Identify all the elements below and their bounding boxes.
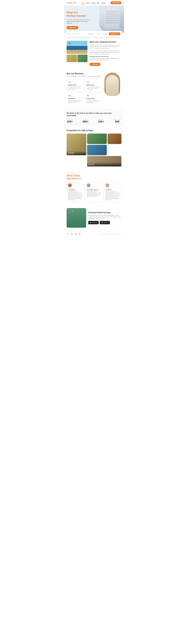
stat-beaches-value: 150+ [98, 120, 104, 123]
instagram-icon[interactable]: ig [70, 233, 73, 236]
purchase-button[interactable]: PURCHASE [110, 1, 122, 4]
nav-blog[interactable]: Blog [97, 2, 100, 4]
services-description: It is a long established fact that a rea… [66, 76, 102, 77]
hero-image [99, 6, 124, 32]
app-buttons: ▶ Google play 🍎 App Store [88, 221, 122, 224]
nav-about[interactable]: About [86, 2, 90, 4]
footer: f ig tw in © Copyright 2021 Design Crafe… [64, 231, 124, 237]
brand-logo: Design Cafe [66, 2, 76, 4]
apple-icon: 🍎 [101, 222, 103, 224]
property-name-4: Apartment [88, 164, 120, 165]
footer-copyright: © Copyright 2021 Design Crafe All Right … [101, 234, 122, 234]
property-card-1[interactable] [87, 134, 107, 144]
service-alert: ⊗ 24 Hours Alert It is a long establishe… [85, 92, 102, 105]
stat-properties-value: 150+ [66, 120, 73, 123]
continue-button[interactable]: CONTINUE [90, 63, 100, 66]
fast-icon: ⊕ [68, 94, 71, 97]
properties-section: Properties For Sale & Rent Luxe Room $20… [64, 126, 124, 170]
navbar: Design Cafe Home About Pricing Blog Cont… [64, 0, 124, 6]
twitter-icon[interactable]: tw [74, 233, 77, 236]
person-illustration [104, 72, 120, 96]
stat-properties-label: Properties [66, 119, 73, 120]
stat-rooms: Rooms 600+ [83, 119, 88, 123]
stat-rooms-label: Rooms [83, 119, 88, 120]
building-shape [104, 8, 120, 29]
testimonial-cards: ★★★★★ Fully Satisfied! Lorem ipsum dolor… [66, 182, 122, 202]
search-divider1 [86, 32, 86, 35]
google-play-label: Google play [92, 222, 97, 223]
pool-illustration: 🌴 [66, 41, 88, 54]
property-card-0[interactable]: Luxe Room $200.0 per night [66, 134, 86, 155]
app-pool-icon: 🌴🏊 [66, 208, 86, 214]
person-silhouette [106, 75, 119, 96]
service-security-desc: It is a long established fact that a rea… [86, 86, 101, 90]
property-card-3[interactable] [87, 145, 107, 155]
properties-dropdown[interactable]: All Properties [88, 33, 94, 34]
stat-beaches-label: Beaches [98, 119, 104, 120]
search-button[interactable]: SEARCH NOW [109, 32, 120, 35]
location-field[interactable]: Entry Landmark Location [68, 33, 85, 34]
service-fast-title: Fast Service [68, 98, 82, 99]
palm-icon: 🌴 [68, 42, 71, 45]
service-security: ◎ High Security It is a long established… [85, 79, 102, 92]
property-card-4[interactable]: Apartment $100.0 per night [87, 156, 122, 166]
location-placeholder: Entry Landmark Location [69, 33, 81, 34]
property-price-4: $100.0 per night [88, 165, 120, 166]
testimonial-text-0: Lorem ipsum dolor sit amet, consectetur … [68, 191, 82, 200]
service-fast-desc: It is a long established fact that a rea… [68, 100, 82, 104]
security-icon: ◎ [86, 80, 90, 84]
app-image: 🌴🏊 [66, 208, 86, 228]
hero-description: Since 2021, we've helped more than 500,0… [66, 19, 93, 24]
nav-contact[interactable]: Contact [101, 2, 106, 4]
service-quality-desc: It is a long established fact that a rea… [68, 86, 82, 90]
property-label-4: Apartment $100.0 per night [87, 162, 122, 166]
testimonial-name-0: Fully Satisfied! [68, 189, 82, 190]
nav-home[interactable]: Home [81, 2, 85, 4]
amazing-thumb2 [77, 54, 88, 62]
amazing-section: 🌴 Begin your amazing asventure. Lorem ip… [64, 37, 124, 70]
services-section: See our Services It is a long establishe… [64, 70, 124, 109]
properties-grid: Luxe Room $200.0 per night Apartment $10… [66, 134, 122, 166]
stat-clients: Happy Clients 50K [113, 119, 122, 123]
amazing-highlight-text: It is a long established fact that a rea… [90, 58, 122, 61]
nav-links: Home About Pricing Blog Contact [81, 2, 106, 4]
facebook-icon[interactable]: f [66, 233, 69, 236]
stats-section: We Strive to the best in our field to ma… [64, 109, 124, 126]
linkedin-icon[interactable]: in [78, 233, 81, 236]
alert-icon: ⊗ [86, 94, 90, 97]
properties-title: Properties For Sale & Rent [66, 129, 122, 132]
stats-row: Properties 150+ Rooms 600+ Beaches 150+ … [66, 119, 122, 123]
amazing-para2: Lorem ipsum dolor sit amet, consectetur … [90, 50, 122, 55]
property-price-0: $200.0 per night [68, 154, 85, 154]
stat-properties: Properties 150+ [66, 119, 73, 123]
amazing-thumbnails [66, 54, 88, 62]
price-dropdown[interactable]: Any Price [102, 33, 108, 34]
service-security-title: High Security [86, 84, 101, 86]
hero-section: Find Yor Perfect Home! Since 2021, we've… [64, 6, 124, 33]
contact-us-button[interactable]: CONTACT US [66, 26, 78, 29]
property-name-0: Luxe Room [68, 152, 85, 154]
app-store-button[interactable]: 🍎 App Store [100, 221, 110, 224]
stars-0: ★★★★★ [68, 188, 82, 189]
service-alert-title: 24 Hours Alert [86, 98, 101, 99]
app-description: Lorem ipsum dolor sit amet, consectetur … [88, 214, 122, 219]
amazing-main-image: 🌴 [66, 41, 88, 54]
testimonial-text-1: Lorem ipsum dolor sit amet, consectetur … [87, 191, 101, 197]
testimonial-label: TESTIMONIALS [66, 173, 122, 174]
property-card-2[interactable] [108, 134, 122, 144]
search-bar: Entry Landmark Location All Properties R… [66, 31, 122, 37]
google-play-button[interactable]: ▶ Google play [88, 221, 99, 224]
quality-icon: ⊙ [68, 80, 71, 84]
room-dropdown[interactable]: Room [97, 33, 100, 34]
testimonial-card-0: ★★★★★ Fully Satisfied! Lorem ipsum dolor… [66, 182, 84, 202]
app-store-label: App Store [104, 222, 108, 223]
building-illustration [99, 6, 124, 32]
stat-clients-value: 50K [113, 120, 122, 123]
social-icons: f ig tw in [66, 233, 81, 236]
nav-pricing[interactable]: Pricing [91, 2, 95, 4]
amazing-images: 🌴 [66, 41, 88, 62]
stars-1: ★★★★★ [87, 188, 101, 189]
service-quality: ⊙ Quality Servies It is a long establish… [66, 79, 84, 92]
avatar-1 [87, 184, 90, 187]
amazing-highlight-title: Sollicitudin imperdiet maecenas lorem [90, 56, 122, 57]
